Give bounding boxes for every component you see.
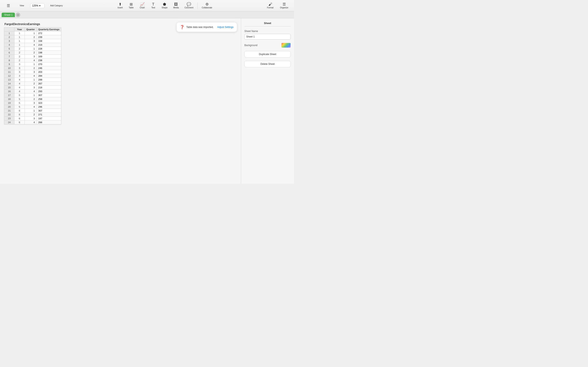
cell-year[interactable]: 2 <box>15 47 25 51</box>
row-number: 2 <box>4 35 15 39</box>
cell-year[interactable]: 5 <box>15 93 25 97</box>
cell-earnings[interactable]: 271 <box>36 113 61 117</box>
cell-earnings[interactable]: 246 <box>36 66 61 70</box>
cell-earnings[interactable]: 258 <box>36 97 61 101</box>
view-button[interactable]: View <box>17 1 27 10</box>
cell-quarter[interactable]: 4 <box>25 58 37 62</box>
cell-quarter[interactable]: 3 <box>25 39 37 43</box>
zoom-control[interactable]: 125% ▾ <box>30 3 44 8</box>
cell-year[interactable]: 4 <box>15 86 25 90</box>
background-color-swatch[interactable] <box>281 43 291 48</box>
cell-year[interactable]: 3 <box>15 70 25 74</box>
cell-quarter[interactable]: 4 <box>25 120 37 124</box>
cell-quarter[interactable]: 4 <box>25 74 37 78</box>
cell-earnings[interactable]: 296 <box>36 105 61 109</box>
cell-earnings[interactable]: 239 <box>36 35 61 39</box>
cell-quarter[interactable]: 1 <box>25 31 37 35</box>
cell-quarter[interactable]: 1 <box>25 78 37 82</box>
cell-earnings[interactable]: 203 <box>36 70 61 74</box>
insert-icon: ⬆ <box>119 2 122 6</box>
cell-year[interactable]: 6 <box>15 109 25 113</box>
cell-year[interactable]: 5 <box>15 97 25 101</box>
cell-earnings[interactable]: 270 <box>36 62 61 66</box>
cell-year[interactable]: 5 <box>15 101 25 105</box>
cell-quarter[interactable]: 3 <box>25 86 37 90</box>
shape-button[interactable]: ⬟ Shape <box>159 1 170 10</box>
cell-earnings[interactable]: 218 <box>36 86 61 90</box>
cell-quarter[interactable]: 4 <box>25 105 37 109</box>
sheet-tab-sheet1[interactable]: Sheet 1 <box>2 13 15 17</box>
table-row: 622198 <box>4 51 61 55</box>
cell-quarter[interactable]: 2 <box>25 97 37 101</box>
add-sheet-button[interactable]: + <box>16 13 20 17</box>
adjust-settings-link[interactable]: Adjust Settings <box>217 26 233 29</box>
cell-year[interactable]: 4 <box>15 82 25 86</box>
cell-year[interactable]: 3 <box>15 74 25 78</box>
sheet-name-input[interactable] <box>244 34 291 40</box>
cell-year[interactable]: 6 <box>15 117 25 120</box>
cell-quarter[interactable]: 4 <box>25 43 37 47</box>
cell-year[interactable]: 5 <box>15 105 25 109</box>
text-button[interactable]: T Text <box>148 1 158 10</box>
cell-year[interactable]: 6 <box>15 113 25 117</box>
cell-earnings[interactable]: 238 <box>36 58 61 62</box>
row-number: 22 <box>4 113 15 117</box>
format-button[interactable]: 🖌 Format <box>265 1 276 10</box>
cell-earnings[interactable]: 228 <box>36 47 61 51</box>
cell-quarter[interactable]: 3 <box>25 55 37 58</box>
cell-quarter[interactable]: 2 <box>25 82 37 86</box>
cell-quarter[interactable]: 2 <box>25 113 37 117</box>
sidebar-toggle-button[interactable]: ☰ <box>3 1 13 10</box>
cell-quarter[interactable]: 1 <box>25 62 37 66</box>
organize-button[interactable]: ☰ Organize <box>277 1 291 10</box>
cell-earnings[interactable]: 299 <box>36 78 61 82</box>
cell-year[interactable]: 1 <box>15 31 25 35</box>
insert-button[interactable]: ⬆ Insert <box>115 1 125 10</box>
cell-quarter[interactable]: 3 <box>25 70 37 74</box>
cell-quarter[interactable]: 3 <box>25 101 37 105</box>
cell-year[interactable]: 4 <box>15 90 25 93</box>
cell-quarter[interactable]: 4 <box>25 90 37 93</box>
cell-quarter[interactable]: 3 <box>25 117 37 120</box>
cell-year[interactable]: 2 <box>15 55 25 58</box>
cell-earnings[interactable]: 272 <box>36 31 61 35</box>
duplicate-sheet-button[interactable]: Duplicate Sheet <box>244 51 291 58</box>
cell-quarter[interactable]: 2 <box>25 51 37 55</box>
chart-button[interactable]: 📈 Chart <box>137 1 147 10</box>
table-button[interactable]: ⊞ Table <box>126 1 136 10</box>
organize-icon: ☰ <box>283 2 286 6</box>
cell-earnings[interactable]: 293 <box>36 90 61 93</box>
cell-year[interactable]: 3 <box>15 66 25 70</box>
cell-quarter[interactable]: 1 <box>25 47 37 51</box>
cell-earnings[interactable]: 266 <box>36 120 61 124</box>
cell-earnings[interactable]: 307 <box>36 93 61 97</box>
cell-quarter[interactable]: 1 <box>25 93 37 97</box>
cell-earnings[interactable]: 284 <box>36 74 61 78</box>
collaborate-button[interactable]: ⚙ Collaborate <box>199 1 215 10</box>
cell-quarter[interactable]: 1 <box>25 109 37 113</box>
cell-earnings[interactable]: 307 <box>36 109 61 113</box>
table-row: 1644293 <box>4 90 61 93</box>
cell-year[interactable]: 2 <box>15 58 25 62</box>
row-number: 18 <box>4 97 15 101</box>
cell-year[interactable]: 6 <box>15 120 25 124</box>
add-category-button[interactable]: Add Category <box>48 1 65 10</box>
cell-year[interactable]: 3 <box>15 62 25 66</box>
delete-sheet-button[interactable]: Delete Sheet <box>244 61 291 67</box>
comment-button[interactable]: 💬 Comment <box>182 1 196 10</box>
cell-earnings[interactable]: 197 <box>36 117 61 120</box>
cell-year[interactable]: 1 <box>15 35 25 39</box>
cell-year[interactable]: 2 <box>15 51 25 55</box>
media-button[interactable]: 🖼 Media <box>171 1 181 10</box>
cell-earnings[interactable]: 198 <box>36 51 61 55</box>
cell-quarter[interactable]: 2 <box>25 66 37 70</box>
cell-earnings[interactable]: 158 <box>36 39 61 43</box>
cell-year[interactable]: 4 <box>15 78 25 82</box>
cell-earnings[interactable]: 267 <box>36 82 61 86</box>
cell-earnings[interactable]: 169 <box>36 55 61 58</box>
cell-year[interactable]: 1 <box>15 39 25 43</box>
cell-earnings[interactable]: 323 <box>36 101 61 105</box>
cell-earnings[interactable]: 219 <box>36 43 61 47</box>
cell-quarter[interactable]: 2 <box>25 35 37 39</box>
cell-year[interactable]: 1 <box>15 43 25 47</box>
